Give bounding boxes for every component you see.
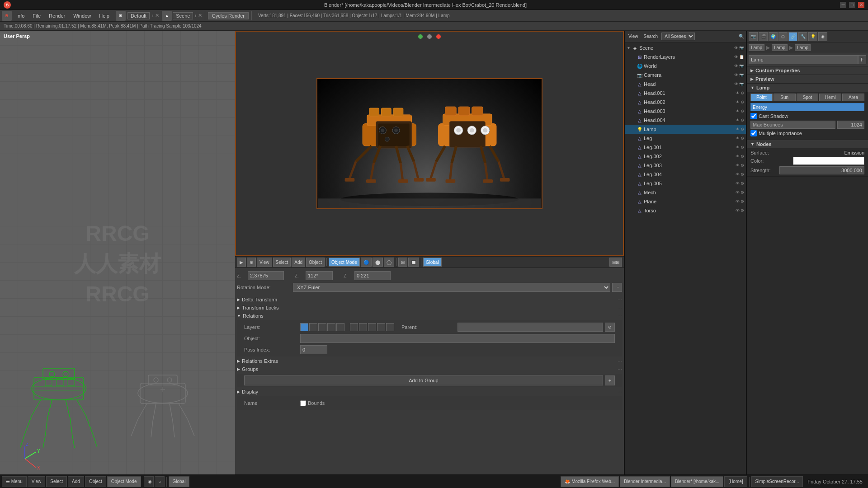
select-btn[interactable]: Select — [273, 258, 291, 267]
lamp-type-point[interactable]: Point — [750, 94, 773, 101]
taskbar-blender-file[interactable]: Blender* [/home/kak... — [671, 476, 723, 487]
z-y-field[interactable] — [306, 271, 333, 280]
object-name-input[interactable] — [749, 55, 858, 64]
layer-3[interactable] — [318, 323, 326, 331]
taskbar-blender-int[interactable]: Blender Intermedia... — [620, 476, 670, 487]
props-scene-btn[interactable]: 🎬 — [759, 32, 768, 41]
scene-selector[interactable]: Scene — [173, 12, 193, 19]
taskbar-object-mode[interactable]: Object Mode — [107, 476, 141, 487]
tree-item-scene[interactable]: ▼ ◈ Scene 👁 📷 — [625, 43, 746, 52]
preview-header[interactable]: ▶ Preview — [747, 75, 868, 83]
transform-btn[interactable]: ⊕ — [247, 258, 256, 267]
taskbar-home[interactable]: [Home] — [724, 476, 747, 487]
relations-extras-header[interactable]: ▶ Relations Extras ⋯ — [237, 357, 622, 365]
maximize-button[interactable]: □ — [849, 2, 855, 8]
layer-mgr-btn[interactable]: ⊞⊞ — [609, 258, 622, 267]
layer-4[interactable] — [327, 323, 335, 331]
taskbar-select[interactable]: Select — [46, 476, 67, 487]
tree-item-leg001[interactable]: △ Leg.001 👁 ⚙ — [625, 143, 746, 152]
menu-render[interactable]: Render — [45, 12, 69, 19]
global-btn[interactable]: Global — [423, 258, 442, 267]
tree-item-head[interactable]: △ Head 👁 📷 — [625, 80, 746, 89]
breadcrumb-lamp1[interactable]: Lamp — [749, 44, 764, 51]
tree-item-head004[interactable]: △ Head.004 👁 ⚙ — [625, 116, 746, 125]
render-icon-scene[interactable]: 📷 — [739, 46, 744, 50]
layer-5[interactable] — [336, 323, 344, 331]
multiple-importance-check[interactable] — [750, 130, 757, 136]
props-render-btn[interactable]: 📷 — [749, 32, 758, 41]
taskbar-global[interactable]: Global — [169, 476, 190, 487]
minimize-button[interactable]: ─ — [840, 2, 846, 8]
tree-item-leg[interactable]: △ Leg 👁 ⚙ — [625, 134, 746, 143]
strength-bar[interactable]: 3000.000 — [779, 166, 864, 174]
filter-icon[interactable]: 🔍 — [739, 34, 744, 39]
props-object-btn[interactable]: ⬡ — [778, 32, 788, 41]
menu-file[interactable]: File — [29, 12, 44, 19]
tree-item-renderlayers[interactable]: ⊞ RenderLayers 👁 📋 — [625, 52, 746, 61]
layout-close[interactable]: ✕ — [155, 13, 159, 19]
max-bounces-value[interactable] — [837, 121, 864, 129]
props-material-btn[interactable]: ◉ — [818, 32, 827, 41]
parent-btn[interactable]: ⊙ — [605, 323, 615, 332]
tree-item-world[interactable]: 🌐 World 👁 📷 — [625, 61, 746, 70]
tree-item-head002[interactable]: △ Head.002 👁 ⚙ — [625, 98, 746, 107]
add-group-plus[interactable]: + — [605, 375, 615, 385]
breadcrumb-lamp3[interactable]: Lamp — [795, 44, 811, 51]
taskbar-draw-type2[interactable]: ○ — [155, 476, 165, 487]
close-button[interactable]: ✕ — [858, 2, 864, 8]
left-viewport[interactable]: User Persp — [0, 31, 235, 488]
view-btn[interactable]: View — [257, 258, 272, 267]
eye-icon-scene[interactable]: 👁 — [734, 46, 738, 50]
layout-selector[interactable]: Default — [127, 12, 150, 19]
lamp-section-header[interactable]: ▼ Lamp — [747, 84, 868, 92]
layer-7[interactable] — [359, 323, 367, 331]
wire-btn[interactable]: ◯ — [384, 258, 394, 267]
add-to-group-btn[interactable]: Add to Group — [244, 375, 603, 385]
layer-9[interactable] — [377, 323, 385, 331]
groups-header[interactable]: ▶ Groups ⋯ — [237, 366, 622, 373]
tree-item-head003[interactable]: △ Head.003 👁 ⚙ — [625, 107, 746, 116]
engine-selector[interactable]: Cycles Render — [208, 12, 249, 19]
view-btn-outliner[interactable]: View — [627, 33, 640, 40]
tree-item-mech[interactable]: △ Mech 👁 ⚙ — [625, 188, 746, 197]
taskbar-object[interactable]: Object — [85, 476, 106, 487]
lamp-type-hemi[interactable]: Hemi — [819, 94, 841, 101]
menu-info[interactable]: Info — [13, 12, 28, 19]
add-btn[interactable]: Add — [292, 258, 305, 267]
taskbar-recorder[interactable]: SimpleScreenRecor... — [751, 476, 803, 487]
view-mode-btn[interactable]: 🔵 — [361, 258, 372, 267]
pivot-btn[interactable]: ⊞ — [398, 258, 407, 267]
layer-8[interactable] — [368, 323, 376, 331]
props-world-btn[interactable]: 🌍 — [769, 32, 778, 41]
object-btn[interactable]: Object — [306, 258, 325, 267]
tree-item-leg002[interactable]: △ Leg.002 👁 ⚙ — [625, 152, 746, 161]
timeline-btn[interactable]: ▶ — [237, 258, 246, 267]
tree-item-leg003[interactable]: △ Leg.003 👁 ⚙ — [625, 161, 746, 170]
tree-item-torso[interactable]: △ Torso 👁 ⚙ — [625, 206, 746, 215]
window-controls[interactable]: ─ □ ✕ — [840, 2, 864, 8]
lamp-type-spot[interactable]: Spot — [797, 94, 819, 101]
z-x-field[interactable] — [248, 271, 284, 280]
taskbar-view[interactable]: View — [28, 476, 46, 487]
tree-item-camera[interactable]: 📷 Camera 👁 📷 — [625, 70, 746, 80]
taskbar-menu[interactable]: ☰ Menu — [2, 476, 27, 487]
layer-10[interactable] — [386, 323, 394, 331]
nodes-header[interactable]: ▼ Nodes — [747, 140, 868, 148]
solid-btn[interactable]: ⬤ — [373, 258, 383, 267]
lamp-type-sun[interactable]: Sun — [774, 94, 796, 101]
layer-1[interactable] — [300, 323, 308, 331]
search-btn-outliner[interactable]: Search — [642, 33, 660, 40]
breadcrumb-lamp2[interactable]: Lamp — [772, 44, 788, 51]
object-field[interactable] — [300, 334, 615, 343]
transform-locks-header[interactable]: ▶ Transform Locks ⋯ — [237, 304, 622, 311]
props-data-btn[interactable]: 💡 — [808, 32, 817, 41]
props-constraint-btn[interactable]: 🔗 — [788, 32, 797, 41]
relations-header[interactable]: ▼ Relations ⋯ — [237, 312, 622, 319]
layer-2[interactable] — [309, 323, 317, 331]
taskbar-firefox[interactable]: 🦊 Mozilla Firefox Web... — [561, 476, 619, 487]
tree-item-leg004[interactable]: △ Leg.004 👁 ⚙ — [625, 170, 746, 179]
parent-field[interactable] — [458, 323, 603, 332]
lamp-type-area[interactable]: Area — [842, 94, 864, 101]
delta-transform-header[interactable]: ▶ Delta Transform ⋯ — [237, 296, 622, 303]
snap-btn[interactable]: 🔲 — [408, 258, 419, 267]
